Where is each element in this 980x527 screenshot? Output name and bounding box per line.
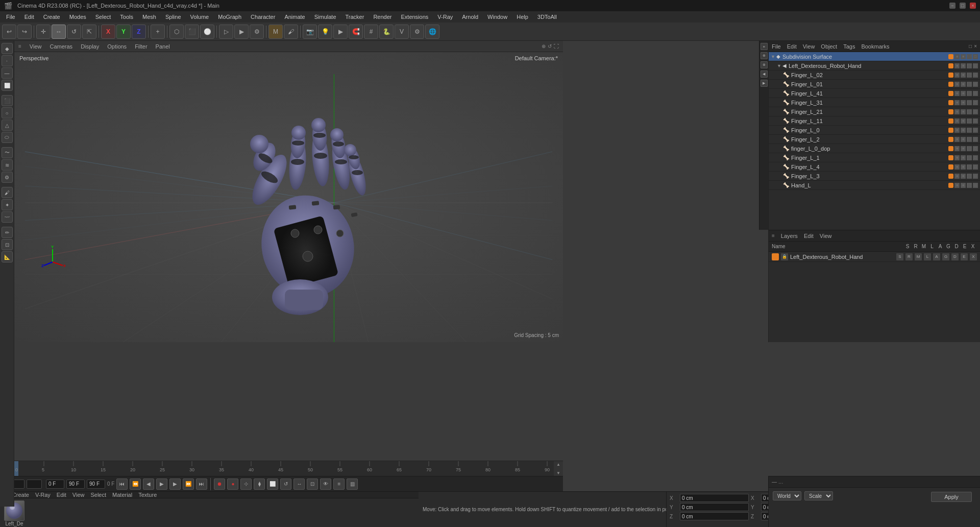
paint-tool-button[interactable]: 🖌 (2, 187, 13, 198)
object-ctrl-icon[interactable]: ■ (954, 183, 960, 188)
key-button[interactable]: ⧫ (254, 478, 265, 490)
viewport-cameras-menu[interactable]: Cameras (50, 43, 73, 50)
layer-e-icon[interactable]: E (961, 253, 968, 260)
object-ctrl-icon[interactable]: ■ (961, 164, 966, 170)
object-visibility-dot[interactable] (948, 100, 953, 105)
prev-key-button[interactable]: ◀ (143, 478, 154, 490)
vray-button[interactable]: V (395, 25, 409, 39)
viewport-panel-menu[interactable]: Panel (156, 43, 170, 50)
om-bookmarks-menu[interactable]: Bookmarks (861, 43, 889, 50)
select-tool-button[interactable]: ✛ (36, 25, 51, 39)
y-axis-button[interactable]: Y (116, 25, 131, 39)
layer-g-icon[interactable]: G (942, 253, 949, 260)
object-ctrl-icon[interactable]: ■ (954, 54, 960, 59)
object-ctrl-icon[interactable]: ⊡ (973, 82, 978, 87)
menu-item-modes[interactable]: Modes (65, 13, 90, 21)
cone-tool-button[interactable]: △ (2, 119, 13, 131)
bounce-button[interactable]: ↔ (293, 478, 305, 490)
om-object-menu[interactable]: Object (821, 43, 837, 50)
menu-item-tools[interactable]: Tools (116, 13, 137, 21)
object-ctrl-icon[interactable]: ■ (954, 164, 960, 170)
layer-m-icon[interactable]: M (915, 253, 922, 260)
menu-item-arnold[interactable]: Arnold (458, 13, 482, 21)
x-axis-button[interactable]: X (101, 25, 115, 39)
mat-vray-menu[interactable]: V-Ray (35, 492, 51, 498)
object-ctrl-icon[interactable]: ⋮⋮ (967, 100, 972, 105)
menu-item-volume[interactable]: Volume (186, 13, 213, 21)
goto-end-button[interactable]: ⏭ (196, 478, 207, 490)
cylinder-tool-button[interactable]: ⬭ (2, 132, 13, 143)
add-button[interactable]: + (151, 25, 165, 39)
object-ctrl-icon[interactable]: ■ (954, 155, 960, 160)
grid-button[interactable]: # (364, 25, 378, 39)
menu-item-tracker[interactable]: Tracker (341, 13, 369, 21)
snap-timeline-button[interactable]: ⊡ (307, 478, 318, 490)
menu-item-spline[interactable]: Spline (161, 13, 185, 21)
python-button[interactable]: 🐍 (379, 25, 394, 39)
object-list-item[interactable]: 🦴Finger_L_41■■⋮⋮⊡ (769, 89, 980, 98)
layer-a-icon[interactable]: A (933, 253, 940, 260)
end-frame-input[interactable] (66, 480, 85, 489)
om-view-menu[interactable]: View (803, 43, 815, 50)
object-list-item[interactable]: ▼◀Left_Dexterous_Robot_Hand■■⋮⋮⊡ (769, 61, 980, 70)
object-ctrl-icon[interactable]: ⊡ (973, 109, 978, 114)
om-file-menu[interactable]: File (772, 43, 781, 50)
object-ctrl-icon[interactable]: ⊡ (973, 183, 978, 188)
object-ctrl-icon[interactable]: ⋮⋮ (967, 183, 972, 188)
object-visibility-dot[interactable] (948, 63, 953, 68)
hair-button[interactable]: 〰 (2, 211, 13, 223)
layer-r-icon[interactable]: R (905, 253, 913, 260)
object-ctrl-icon[interactable]: ⋮⋮ (967, 128, 972, 133)
object-ctrl-icon[interactable]: ■ (961, 63, 966, 68)
sphere-button[interactable]: ⚪ (200, 25, 214, 39)
object-ctrl-icon[interactable]: ■ (954, 91, 960, 96)
object-list-item[interactable]: ▼◆Subdivision Surface■■⋮⋮⊡ (769, 52, 980, 61)
play-button[interactable]: ▶ (156, 478, 167, 490)
object-list-item[interactable]: 🦴Finger_L_0■■⋮⋮⊡ (769, 126, 980, 135)
viewport-view-menu[interactable]: View (30, 43, 42, 50)
object-ctrl-icon[interactable]: ■ (961, 146, 966, 151)
menu-item-extensions[interactable]: Extensions (397, 13, 432, 21)
object-ctrl-icon[interactable]: ■ (961, 100, 966, 105)
object-ctrl-icon[interactable]: ⊡ (973, 100, 978, 105)
object-list-item[interactable]: 🦴Finger_L_3■■⋮⋮⊡ (769, 172, 980, 181)
menu-item-v-ray[interactable]: V-Ray (433, 13, 457, 21)
sculpt-button[interactable]: ✦ (2, 199, 13, 210)
timeline-btn3[interactable]: ▥ (347, 478, 358, 490)
object-list-item[interactable]: 🦴Finger_L_21■■⋮⋮⊡ (769, 107, 980, 116)
object-visibility-dot[interactable] (948, 118, 953, 124)
object-list-item[interactable]: 🦴Finger_L_1■■⋮⋮⊡ (769, 153, 980, 162)
next-frame-button[interactable]: ⏩ (183, 478, 194, 490)
object-ctrl-icon[interactable]: ■ (954, 73, 960, 78)
object-ctrl-icon[interactable]: ■ (954, 174, 960, 179)
menu-item-select[interactable]: Select (91, 13, 115, 21)
object-ctrl-icon[interactable]: ⋮⋮ (967, 174, 972, 179)
mat-material-menu[interactable]: Material (112, 492, 132, 498)
model-mode-button[interactable]: ◆ (2, 43, 13, 54)
scale-select[interactable]: Scale (804, 491, 833, 500)
minimize-button[interactable]: − (949, 3, 955, 9)
object-ctrl-icon[interactable]: ⊡ (973, 118, 978, 124)
object-visibility-dot[interactable] (948, 155, 953, 160)
object-ctrl-icon[interactable]: ■ (961, 174, 966, 179)
object-ctrl-icon[interactable]: ⊡ (973, 73, 978, 78)
menu-item-edit[interactable]: Edit (20, 13, 38, 21)
material-button[interactable]: M (268, 25, 283, 39)
preview-button[interactable]: 👁 (320, 478, 331, 490)
timeline-scroll[interactable]: ▲ ▼ (554, 461, 563, 476)
rp-icon3[interactable]: ⊗ (761, 61, 768, 68)
viewport-icon1[interactable]: ⊕ (542, 43, 546, 49)
apply-button[interactable]: Apply (931, 492, 972, 502)
object-ctrl-icon[interactable]: ■ (954, 100, 960, 105)
settings-button[interactable]: ⚙ (250, 25, 264, 39)
spline-tool-button[interactable]: 〜 (2, 147, 13, 158)
om-tags-menu[interactable]: Tags (843, 43, 855, 50)
goto-start-button[interactable]: ⏮ (116, 478, 128, 490)
object-visibility-dot[interactable] (948, 128, 953, 133)
object-visibility-dot[interactable] (948, 91, 953, 96)
menu-item-3dtoall[interactable]: 3DToAll (533, 13, 561, 21)
om-icon1[interactable]: □ (969, 43, 972, 49)
object-ctrl-icon[interactable]: ■ (954, 146, 960, 151)
redo-button[interactable]: ↪ (17, 25, 32, 39)
globe-button[interactable]: 🌐 (425, 25, 439, 39)
